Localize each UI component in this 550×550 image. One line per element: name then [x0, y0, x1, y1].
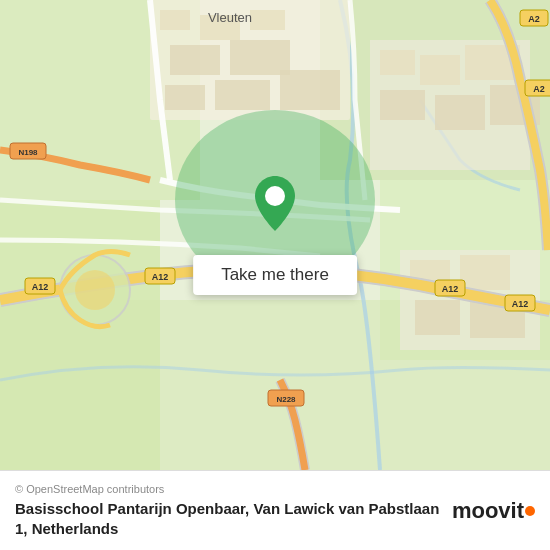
info-bar: © OpenStreetMap contributors Basisschool… [0, 470, 550, 550]
svg-rect-11 [230, 40, 290, 75]
take-me-there-button[interactable]: Take me there [193, 255, 357, 295]
svg-rect-20 [435, 95, 485, 130]
svg-text:A2: A2 [528, 14, 540, 24]
svg-rect-14 [280, 70, 340, 110]
svg-text:N228: N228 [276, 395, 296, 404]
svg-text:A12: A12 [442, 284, 459, 294]
svg-text:A12: A12 [512, 299, 529, 309]
info-text: © OpenStreetMap contributors Basisschool… [15, 483, 442, 538]
address-text: Basisschool Pantarijn Openbaar, Van Lawi… [15, 499, 442, 538]
moovit-logo-text: moovit [452, 498, 524, 524]
moovit-dot [525, 506, 535, 516]
svg-point-49 [265, 186, 285, 206]
copyright-text: © OpenStreetMap contributors [15, 483, 442, 495]
moovit-logo: moovit [452, 498, 535, 524]
svg-rect-25 [415, 300, 460, 335]
location-marker [255, 176, 295, 235]
svg-point-47 [75, 270, 115, 310]
svg-text:A12: A12 [152, 272, 169, 282]
svg-rect-13 [215, 80, 270, 110]
svg-rect-16 [380, 50, 415, 75]
svg-text:N198: N198 [18, 148, 38, 157]
svg-rect-12 [165, 85, 205, 110]
svg-rect-17 [420, 55, 460, 85]
svg-rect-19 [380, 90, 425, 120]
svg-rect-24 [460, 255, 510, 290]
map-container: A12 A12 A12 A12 A12 A2 A2 N198 N228 [0, 0, 550, 470]
svg-text:A12: A12 [32, 282, 49, 292]
svg-text:A2: A2 [533, 84, 545, 94]
svg-text:Vleuten: Vleuten [208, 10, 252, 25]
svg-rect-10 [170, 45, 220, 75]
svg-rect-9 [250, 10, 285, 30]
svg-rect-7 [160, 10, 190, 30]
